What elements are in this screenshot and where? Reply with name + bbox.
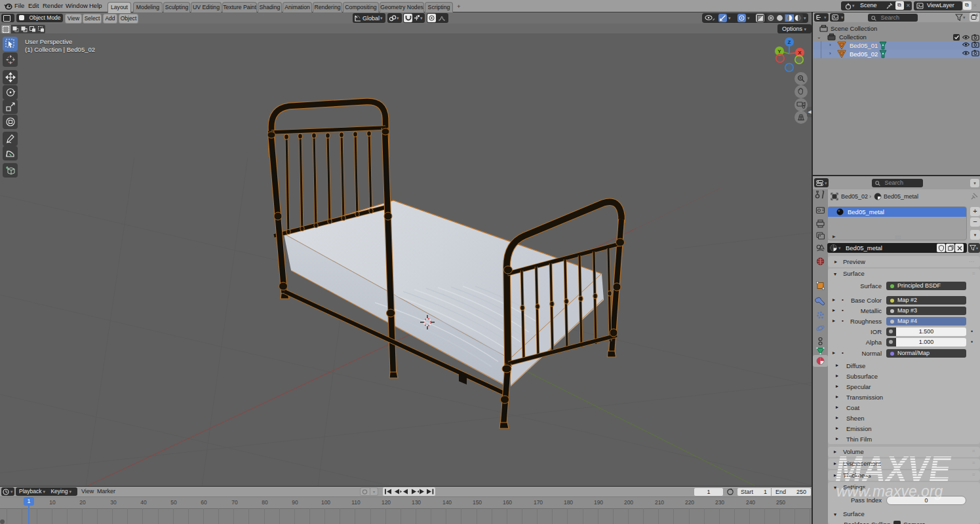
svg-text:Y: Y — [777, 48, 781, 54]
svg-text:X: X — [798, 50, 802, 56]
svg-text:Z: Z — [788, 39, 791, 45]
